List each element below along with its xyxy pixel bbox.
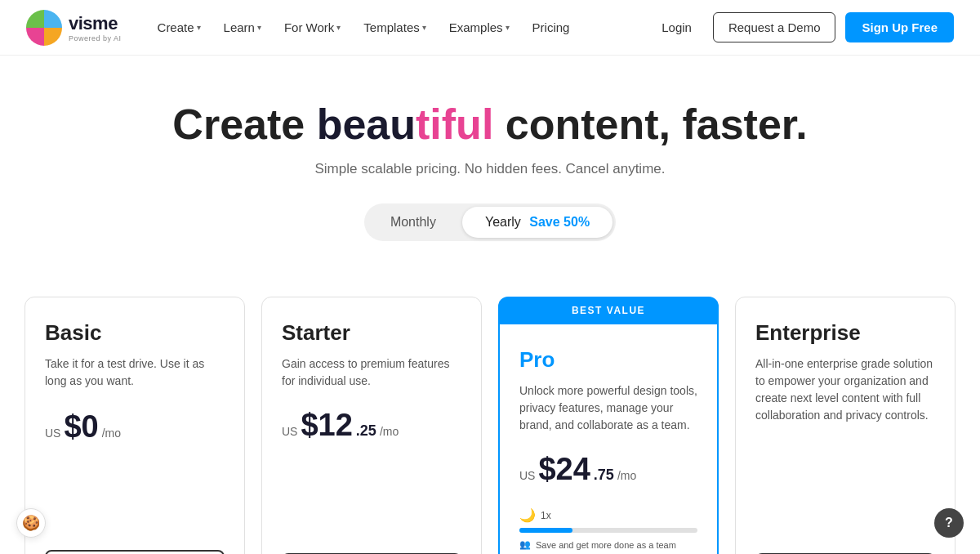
plan-enterprise-cta-row: Contact sales bbox=[755, 537, 935, 554]
plan-pro-name: Pro bbox=[519, 347, 697, 373]
slider-track[interactable] bbox=[519, 528, 697, 533]
slider-info: 🌙 1x bbox=[519, 507, 697, 523]
best-value-badge: BEST VALUE bbox=[498, 297, 719, 324]
plan-starter-amount: $12 bbox=[301, 409, 352, 440]
pricing-cards: Basic Take it for a test drive. Use it a… bbox=[0, 270, 980, 554]
hero-title-rest: content, faster. bbox=[493, 101, 807, 148]
hero-title-beau: beau bbox=[317, 101, 416, 148]
save-badge: Save 50% bbox=[529, 215, 590, 229]
plan-pro-cents: .75 bbox=[594, 467, 614, 484]
plan-starter-period: /mo bbox=[380, 425, 399, 438]
yearly-toggle[interactable]: Yearly Save 50% bbox=[462, 207, 612, 238]
plan-starter-cents: .25 bbox=[356, 422, 376, 440]
plan-basic-cta-row: Create a free account bbox=[45, 534, 225, 554]
plan-enterprise: Enterprise All-in-one enterprise grade s… bbox=[735, 297, 956, 554]
monthly-toggle[interactable]: Monthly bbox=[368, 207, 459, 238]
plan-starter-desc: Gain access to premium features for indi… bbox=[282, 355, 461, 390]
plan-basic: Basic Take it for a test drive. Use it a… bbox=[24, 297, 245, 554]
plan-pro-amount: $24 bbox=[538, 453, 590, 485]
plan-pro-period: /mo bbox=[617, 469, 636, 482]
logo-sub: Powered by AI bbox=[69, 34, 122, 42]
plan-basic-desc: Take it for a test drive. Use it as long… bbox=[45, 355, 225, 390]
nav-left: visme Powered by AI Create ▾ Learn ▾ For… bbox=[26, 10, 579, 46]
plan-basic-currency: US bbox=[45, 427, 60, 440]
chevron-icon: ▾ bbox=[197, 23, 201, 32]
hero-section: Create beautiful content, faster. Simple… bbox=[0, 56, 980, 270]
nav-right: Login Request a Demo Sign Up Free bbox=[650, 12, 954, 42]
nav-learn[interactable]: Learn ▾ bbox=[214, 14, 271, 41]
team-info: 👥 Save and get more done as a team bbox=[519, 539, 697, 550]
basic-cta-button[interactable]: Create a free account bbox=[45, 550, 225, 554]
plan-basic-name: Basic bbox=[45, 320, 225, 346]
hero-subtitle: Simple scalable pricing. No hidden fees.… bbox=[16, 161, 964, 177]
plan-pro-wrap: BEST VALUE Pro Unlock more powerful desi… bbox=[498, 297, 719, 554]
billing-toggle: Monthly Yearly Save 50% bbox=[364, 203, 616, 241]
plan-pro-desc: Unlock more powerful design tools, priva… bbox=[519, 382, 697, 434]
plan-basic-amount: $0 bbox=[64, 409, 98, 445]
signup-button[interactable]: Sign Up Free bbox=[845, 12, 954, 42]
chevron-icon: ▾ bbox=[506, 23, 510, 32]
logo-text: visme Powered by AI bbox=[69, 13, 122, 42]
nav-pricing[interactable]: Pricing bbox=[523, 14, 580, 41]
hero-title: Create beautiful content, faster. bbox=[16, 101, 964, 148]
slider-fill bbox=[519, 528, 572, 533]
plan-starter-cta-row: Get Started bbox=[282, 537, 461, 554]
plan-pro-currency: US bbox=[519, 469, 535, 482]
chevron-icon: ▾ bbox=[257, 23, 261, 32]
nav-create[interactable]: Create ▾ bbox=[148, 14, 211, 41]
nav-examples[interactable]: Examples ▾ bbox=[439, 14, 519, 41]
navigation: visme Powered by AI Create ▾ Learn ▾ For… bbox=[0, 0, 980, 56]
help-button[interactable]: ? bbox=[934, 508, 964, 538]
nav-templates[interactable]: Templates ▾ bbox=[354, 14, 435, 41]
plan-basic-period: /mo bbox=[102, 427, 121, 440]
nav-links: Create ▾ Learn ▾ For Work ▾ Templates ▾ … bbox=[148, 14, 580, 41]
plan-pro-price: US $24.75 /mo bbox=[519, 453, 697, 485]
yearly-label: Yearly bbox=[485, 215, 521, 229]
plan-starter-currency: US bbox=[282, 425, 297, 438]
plan-starter: Starter Gain access to premium features … bbox=[261, 297, 482, 554]
nav-for-work[interactable]: For Work ▾ bbox=[274, 14, 350, 41]
team-label: Save and get more done as a team bbox=[536, 540, 676, 550]
cookie-button[interactable]: 🍪 bbox=[16, 508, 46, 538]
hero-title-tiful: tiful bbox=[416, 101, 493, 148]
moon-icon: 🌙 bbox=[519, 507, 536, 523]
plan-starter-name: Starter bbox=[282, 320, 461, 346]
slider-label: 1x bbox=[541, 510, 551, 521]
request-demo-button[interactable]: Request a Demo bbox=[713, 12, 836, 42]
login-button[interactable]: Login bbox=[650, 14, 703, 41]
plan-starter-price: US $12.25 /mo bbox=[282, 409, 461, 440]
logo-name: visme bbox=[69, 13, 122, 34]
chevron-icon: ▾ bbox=[336, 23, 341, 32]
logo-icon bbox=[26, 10, 62, 46]
plan-basic-price: US $0 /mo bbox=[45, 409, 225, 445]
plan-pro-slider: 🌙 1x 👥 Save and get more done as a team bbox=[519, 507, 697, 550]
plan-enterprise-desc: All-in-one enterprise grade solution to … bbox=[755, 355, 935, 424]
plan-enterprise-name: Enterprise bbox=[755, 320, 935, 346]
plan-pro: Pro Unlock more powerful design tools, p… bbox=[498, 324, 719, 554]
chevron-icon: ▾ bbox=[422, 23, 426, 32]
team-icon: 👥 bbox=[519, 539, 531, 550]
hero-title-create: Create bbox=[172, 101, 316, 148]
